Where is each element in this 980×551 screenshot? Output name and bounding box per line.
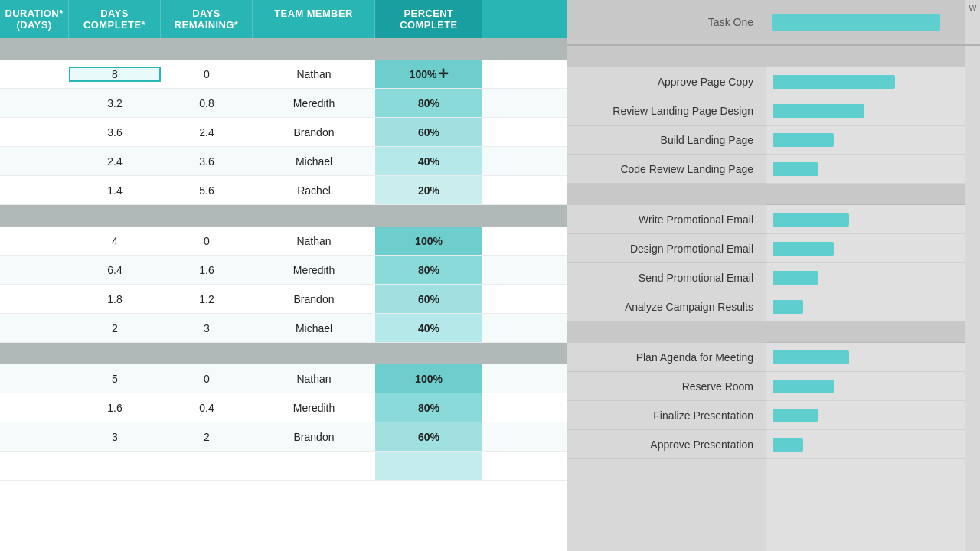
cell-team-member: Michael [253,155,375,168]
gantt-content: Approve Page Copy Review Landing Page De… [567,46,980,551]
cell-team-member: Meredith [253,264,375,276]
cell-days-complete[interactable]: 2 [69,322,161,334]
table-row[interactable] [0,452,567,481]
table-row[interactable]: 3.2 0.8 Meredith 80% [0,89,567,118]
cell-days-complete[interactable]: 6.4 [69,264,161,276]
cell-days-complete[interactable]: 5 [69,373,161,385]
table-row[interactable]: 6.4 1.6 Meredith 80% [0,256,567,285]
cell-percent: 80% [375,393,482,422]
section-gap [567,46,766,67]
cell-days-remaining: 2.4 [161,126,253,139]
table-row[interactable]: 1.4 5.6 Rachel 20% [0,176,567,205]
gantt-bar [773,104,864,118]
table-row[interactable]: 3.6 2.4 Brandon 60% [0,118,567,147]
section-gap [567,321,766,343]
task-name-reserve-room: Reserve Room [567,372,766,401]
gantt-section-gap [766,46,980,67]
gantt-row [766,155,980,184]
cell-team-member: Michael [253,322,375,334]
cell-days-complete[interactable]: 3.6 [69,126,161,139]
cell-days-complete[interactable]: 4 [69,235,161,247]
cell-days-remaining: 0.4 [161,402,253,414]
cell-team-member: Nathan [253,373,375,385]
gantt-bar [773,350,849,364]
cell-percent: 80% [375,89,482,117]
gantt-bar [773,75,895,89]
table-row[interactable]: 5 0 Nathan 100% [0,364,567,393]
cell-days-complete[interactable]: 3 [69,431,161,443]
gantt-row [766,205,980,234]
col-header-duration: DURATION* (DAYS) [0,0,69,38]
section-divider-1 [0,38,567,60]
gantt-row [766,234,980,263]
cell-percent: 20% [375,176,482,204]
cell-days-remaining: 0 [161,373,253,385]
cell-team-member: Rachel [253,184,375,197]
table-row[interactable]: 1.6 0.4 Meredith 80% [0,393,567,422]
cell-percent: 60% [375,285,482,313]
cell-team-member: Meredith [253,97,375,109]
gantt-bars-area [766,46,980,551]
table-row[interactable]: 4 0 Nathan 100% [0,227,567,256]
cell-days-remaining: 1.2 [161,293,253,305]
cell-percent [375,452,482,480]
gantt-right-edge [965,46,980,551]
gantt-section-gap [766,321,980,343]
gantt-row [766,372,980,401]
task-names-column: Approve Page Copy Review Landing Page De… [567,46,766,551]
cell-days-complete[interactable]: 3.2 [69,97,161,109]
cell-percent: 60% [375,422,482,451]
gantt-row [766,343,980,372]
cell-days-remaining: 0.8 [161,97,253,109]
gantt-row [766,292,980,321]
cell-team-member: Brandon [253,293,375,305]
gantt-row [766,401,980,430]
cell-percent: 40% [375,314,482,342]
task-name-design-promo-email: Design Promotional Email [567,234,766,263]
task-name-send-promo-email: Send Promotional Email [567,263,766,292]
gantt-bar [773,242,834,256]
gantt-row [766,126,980,155]
cell-team-member: Nathan [253,68,375,80]
table-row[interactable]: 2.4 3.6 Michael 40% [0,147,567,176]
table-row[interactable]: 8 0 Nathan 100%✛ [0,60,567,89]
gantt-row [766,96,980,126]
gantt-bar [773,271,818,285]
task-name-analyze-campaign: Analyze Campaign Results [567,292,766,321]
gantt-row [766,263,980,292]
cell-days-complete[interactable]: 1.6 [69,402,161,414]
cell-team-member: Nathan [253,235,375,247]
cell-percent: 80% [375,256,482,284]
cell-team-member: Meredith [253,402,375,414]
cell-days-remaining: 3 [161,322,253,334]
cell-days-remaining: 5.6 [161,184,253,197]
table-row[interactable]: 1.8 1.2 Brandon 60% [0,285,567,314]
table-header: DURATION* (DAYS) DAYS COMPLETE* DAYS REM… [0,0,567,38]
gantt-row [766,67,980,96]
gantt-bar [773,133,834,147]
cell-days-complete[interactable]: 1.8 [69,293,161,305]
gantt-section-gap [766,184,980,205]
cell-percent: 40% [375,147,482,175]
cell-days-complete[interactable]: 1.4 [69,184,161,197]
gantt-panel: Task One W Approve Page Copy Review Land… [567,0,980,551]
gantt-header: Task One W [567,0,980,46]
cell-team-member: Brandon [253,431,375,443]
gantt-bar [773,213,849,227]
section-divider-2 [0,205,567,227]
col-header-percent: PERCENT COMPLETE [375,0,482,38]
table-row[interactable]: 3 2 Brandon 60% [0,422,567,452]
task-name-plan-agenda: Plan Agenda for Meeting [567,343,766,372]
table-row[interactable]: 2 3 Michael 40% [0,314,567,343]
gantt-bar [773,162,818,176]
task-name-approve-presentation: Approve Presentation [567,430,766,459]
cell-team-member: Brandon [253,126,375,139]
section-divider-3 [0,343,567,364]
cell-days-remaining: 1.6 [161,264,253,276]
cell-days-complete[interactable]: 2.4 [69,155,161,168]
cell-days-complete[interactable]: 8 [69,67,161,82]
cell-days-remaining: 3.6 [161,155,253,168]
gantt-separator [920,46,920,551]
gantt-bar [773,380,834,393]
cell-percent: 60% [375,118,482,146]
